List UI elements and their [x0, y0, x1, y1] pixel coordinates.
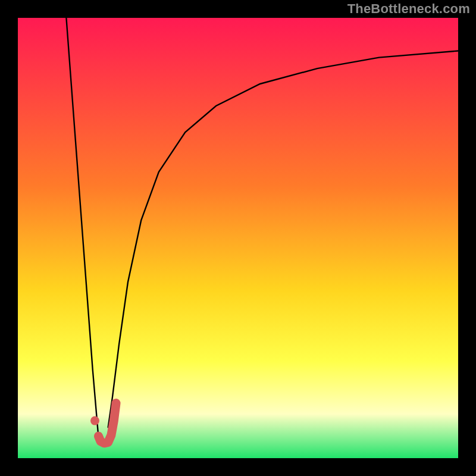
plot-area: [18, 18, 458, 458]
j-marker-dot: [90, 416, 99, 425]
chart-svg: [0, 0, 476, 476]
chart-stage: TheBottleneck.com: [0, 0, 476, 476]
watermark-text: TheBottleneck.com: [347, 1, 470, 17]
